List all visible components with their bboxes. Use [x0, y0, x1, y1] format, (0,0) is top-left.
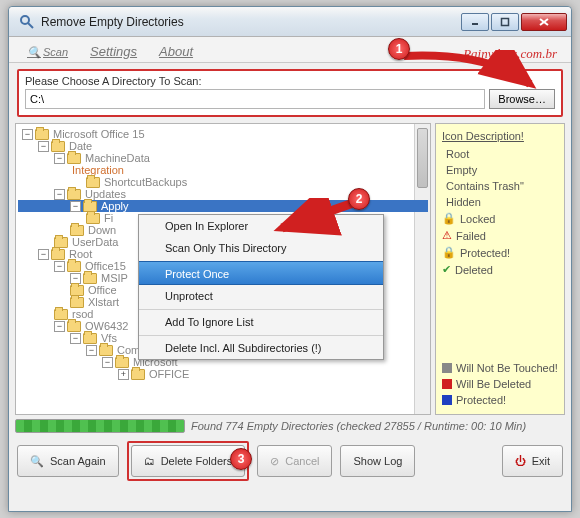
tree-toggle[interactable]: − [86, 345, 97, 356]
exit-icon: ⏻ [515, 455, 526, 467]
tab-about[interactable]: About [149, 40, 203, 62]
legend-will-delete: Will Be Deleted [442, 376, 558, 392]
button-row: 🔍Scan Again 🗂Delete Folders ⊘Cancel Show… [9, 435, 571, 489]
folder-icon [54, 237, 68, 248]
tree-toggle[interactable]: − [102, 357, 113, 368]
ctx-protect-once[interactable]: Protect Once [139, 261, 383, 285]
tree-toggle[interactable]: − [38, 249, 49, 260]
tree-node[interactable]: UserData [70, 236, 120, 248]
ctx-unprotect[interactable]: Unprotect [139, 285, 383, 307]
search-icon: 🔍 [30, 455, 44, 468]
exit-button[interactable]: ⏻Exit [502, 445, 563, 477]
minimize-button[interactable] [461, 13, 489, 31]
folder-icon [99, 345, 113, 356]
ctx-scan-only[interactable]: Scan Only This Directory [139, 237, 383, 259]
tree-node[interactable]: Fi [102, 212, 115, 224]
tree-node[interactable]: MSIP [99, 272, 130, 284]
legend-empty: Empty [442, 162, 558, 178]
tree-toggle[interactable]: − [54, 321, 65, 332]
ctx-delete-all[interactable]: Delete Incl. All Subdirectories (!) [139, 335, 383, 359]
annotation-badge-2: 2 [348, 188, 370, 210]
annotation-badge-1: 1 [388, 38, 410, 60]
window-buttons [461, 13, 567, 31]
legend-protected2: Protected! [442, 392, 558, 408]
folder-icon [67, 261, 81, 272]
folder-icon [67, 321, 81, 332]
tree-node[interactable]: Down [86, 224, 118, 236]
annotation-arrow-1 [398, 50, 548, 100]
window-title: Remove Empty Directories [41, 15, 461, 29]
cancel-icon: ⊘ [270, 455, 279, 468]
tree-toggle[interactable]: − [70, 201, 81, 212]
legend-hidden: Hidden [442, 194, 558, 210]
app-icon [19, 14, 35, 30]
tree-toggle[interactable]: − [38, 141, 49, 152]
folder-icon [51, 141, 65, 152]
delete-folders-button[interactable]: 🗂Delete Folders [131, 445, 246, 477]
legend-panel: Icon Description! Root Empty Contains Tr… [435, 123, 565, 415]
tree-toggle[interactable]: − [54, 189, 65, 200]
tree-toggle[interactable]: − [54, 153, 65, 164]
folder-icon [67, 153, 81, 164]
legend-protected: 🔒Protected! [442, 244, 558, 261]
legend-deleted: ✔Deleted [442, 261, 558, 278]
trash-icon: 🗂 [144, 455, 155, 467]
status-text: Found 774 Empty Directories (checked 278… [191, 420, 526, 432]
folder-icon [51, 249, 65, 260]
tree-node-selected[interactable]: Apply [99, 200, 131, 212]
tree-toggle[interactable]: − [70, 333, 81, 344]
tree-toggle[interactable]: + [118, 369, 129, 380]
folder-icon [83, 201, 97, 212]
scan-again-button[interactable]: 🔍Scan Again [17, 445, 119, 477]
warning-icon: ⚠ [442, 229, 452, 242]
swatch-gray [442, 363, 452, 373]
tree-node[interactable]: Microsoft Office 15 [51, 128, 147, 140]
legend-root: Root [442, 146, 558, 162]
directory-tree[interactable]: −Microsoft Office 15 −Date −MachineData … [15, 123, 431, 415]
folder-icon [131, 369, 145, 380]
annotation-badge-3: 3 [230, 448, 252, 470]
tree-node[interactable]: Integration [70, 164, 126, 176]
legend-failed: ⚠Failed [442, 227, 558, 244]
folder-icon [115, 357, 129, 368]
maximize-button[interactable] [491, 13, 519, 31]
legend-title: Icon Description! [442, 130, 558, 142]
folder-icon [83, 333, 97, 344]
check-icon: ✔ [442, 263, 451, 276]
svg-rect-3 [502, 18, 509, 25]
cancel-button[interactable]: ⊘Cancel [257, 445, 332, 477]
tree-toggle[interactable]: − [70, 273, 81, 284]
lock-icon: 🔒 [442, 212, 456, 225]
folder-icon [35, 129, 49, 140]
svg-point-0 [21, 16, 29, 24]
show-log-button[interactable]: Show Log [340, 445, 415, 477]
ctx-add-ignore[interactable]: Add To Ignore List [139, 309, 383, 333]
svg-line-1 [28, 23, 33, 28]
folder-icon [70, 297, 84, 308]
lock-icon: 🔒 [442, 246, 456, 259]
tree-node[interactable]: MachineData [83, 152, 152, 164]
progress-bar [15, 419, 185, 433]
tree-node[interactable]: OFFICE [147, 368, 191, 380]
status-bar: Found 774 Empty Directories (checked 278… [15, 419, 565, 433]
folder-icon [67, 189, 81, 200]
folder-icon [83, 273, 97, 284]
tab-scan-label: Scan [43, 46, 68, 58]
folder-icon [54, 309, 68, 320]
swatch-red [442, 379, 452, 389]
legend-untouched: Will Not Be Touched! [442, 360, 558, 376]
tab-settings[interactable]: Settings [80, 40, 147, 62]
search-icon: 🔍 [27, 46, 41, 58]
tab-scan[interactable]: 🔍Scan [17, 40, 78, 62]
tree-toggle[interactable]: − [22, 129, 33, 140]
tree-node[interactable]: Xlstart [86, 296, 121, 308]
folder-icon [86, 213, 100, 224]
tree-node[interactable]: Office [86, 284, 119, 296]
tree-node[interactable]: ShortcutBackups [102, 176, 189, 188]
tree-toggle[interactable]: − [54, 261, 65, 272]
close-button[interactable] [521, 13, 567, 31]
legend-locked: 🔒Locked [442, 210, 558, 227]
folder-icon [86, 177, 100, 188]
folder-icon [70, 225, 84, 236]
main-area: −Microsoft Office 15 −Date −MachineData … [15, 123, 565, 415]
